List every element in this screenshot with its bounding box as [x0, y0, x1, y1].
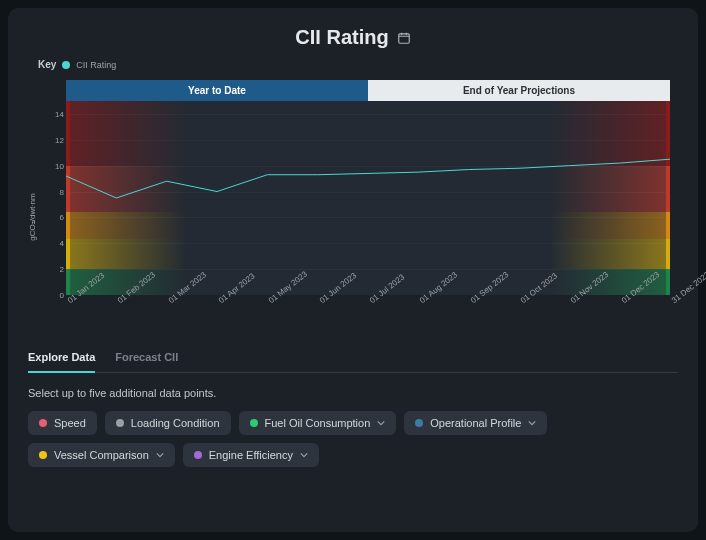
chip-dot — [194, 451, 202, 459]
chip-operational-profile[interactable]: Operational Profile — [404, 411, 547, 435]
period-toggle: Year to Date End of Year Projections — [66, 80, 670, 101]
y-axis-label: gCO₂/dwt·nm — [28, 193, 37, 240]
chip-dot — [116, 419, 124, 427]
data-point-chips: SpeedLoading ConditionFuel Oil Consumpti… — [28, 411, 678, 467]
chip-label: Engine Efficiency — [209, 449, 293, 461]
chip-engine-efficiency[interactable]: Engine Efficiency — [183, 443, 319, 467]
y-tick: 0 — [60, 291, 64, 300]
tab-explore-data[interactable]: Explore Data — [28, 343, 95, 373]
x-ticks: 01 Jan 202301 Feb 202301 Mar 202301 Apr … — [66, 295, 670, 333]
y-ticks: 02468101214 — [46, 101, 66, 295]
y-tick: 4 — [60, 239, 64, 248]
chip-dot — [250, 419, 258, 427]
chip-label: Speed — [54, 417, 86, 429]
y-tick: 8 — [60, 187, 64, 196]
tab-forecast-cii[interactable]: Forecast CII — [115, 343, 178, 373]
chip-label: Vessel Comparison — [54, 449, 149, 461]
chart: gCO₂/dwt·nm 02468101214 EDCBA 01 Jan 202… — [46, 101, 670, 333]
chip-fuel-oil-consumption[interactable]: Fuel Oil Consumption — [239, 411, 397, 435]
svg-rect-0 — [398, 33, 409, 42]
chip-dot — [415, 419, 423, 427]
chip-speed[interactable]: Speed — [28, 411, 97, 435]
legend-series-name: CII Rating — [76, 60, 116, 70]
cii-card: CII Rating Key CII Rating Year to Date E… — [8, 8, 698, 532]
y-tick: 2 — [60, 265, 64, 274]
chevron-down-icon — [377, 419, 385, 427]
chip-label: Operational Profile — [430, 417, 521, 429]
chip-vessel-comparison[interactable]: Vessel Comparison — [28, 443, 175, 467]
legend-label: Key — [38, 59, 56, 70]
y-tick: 10 — [55, 161, 64, 170]
chip-label: Fuel Oil Consumption — [265, 417, 371, 429]
chip-label: Loading Condition — [131, 417, 220, 429]
chevron-down-icon — [300, 451, 308, 459]
y-tick: 6 — [60, 213, 64, 222]
chevron-down-icon — [528, 419, 536, 427]
page-title: CII Rating — [295, 26, 388, 49]
plot-area: EDCBA — [66, 101, 670, 295]
x-tick: 31 Dec 2023 — [670, 270, 706, 305]
instruction-text: Select up to five additional data points… — [28, 387, 678, 399]
title-row: CII Rating — [28, 26, 678, 49]
chip-dot — [39, 419, 47, 427]
data-tabs: Explore Data Forecast CII — [28, 343, 678, 373]
legend-dot — [62, 61, 70, 69]
toggle-end-of-year[interactable]: End of Year Projections — [368, 80, 670, 101]
chip-dot — [39, 451, 47, 459]
legend: Key CII Rating — [38, 59, 678, 70]
chevron-down-icon — [156, 451, 164, 459]
y-tick: 12 — [55, 135, 64, 144]
chip-loading-condition[interactable]: Loading Condition — [105, 411, 231, 435]
calendar-icon[interactable] — [397, 31, 411, 45]
line-series — [66, 101, 670, 295]
y-tick: 14 — [55, 109, 64, 118]
toggle-year-to-date[interactable]: Year to Date — [66, 80, 368, 101]
